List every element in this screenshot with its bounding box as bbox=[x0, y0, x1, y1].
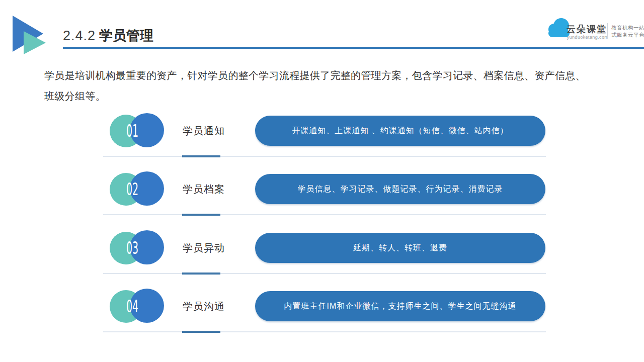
title-underline bbox=[63, 47, 644, 49]
row-label: 学员档案 bbox=[176, 183, 231, 196]
row-divider bbox=[103, 214, 546, 215]
page-title: 2.4.2学员管理 bbox=[63, 27, 153, 45]
row-detail-pill: 学员信息、学习记录、做题记录、行为记录、消费记录 bbox=[255, 174, 545, 204]
feature-row-records: 02 学员档案 学员信息、学习记录、做题记录、行为记录、消费记录 bbox=[0, 171, 644, 229]
row-label: 学员异动 bbox=[176, 241, 231, 254]
brand-tagline-line2: 式服务云平台 bbox=[611, 31, 644, 38]
brand-domain: yunduoketang.com bbox=[567, 35, 609, 40]
description-line2: 班级分组等。 bbox=[44, 90, 106, 102]
feature-row-notifications: 01 学员通知 开课通知、上课通知 、约课通知（短信、微信、站内信） bbox=[0, 113, 644, 171]
row-detail-pill: 内置班主任IM和企业微信，支持师生之间、学生之间无缝沟通 bbox=[255, 291, 545, 321]
description-paragraph: 学员是培训机构最重要的资产，针对学员的整个学习流程提供了完整的管理方案，包含学习… bbox=[44, 65, 618, 107]
brand-name: 云朵课堂 bbox=[567, 23, 609, 35]
row-divider bbox=[103, 273, 546, 274]
row-detail-pill: 开课通知、上课通知 、约课通知（短信、微信、站内信） bbox=[255, 116, 545, 146]
brand-tagline-line1: 教育机构一站 bbox=[611, 24, 644, 31]
row-divider-accent bbox=[182, 273, 220, 275]
logo-triangle-teal-icon bbox=[24, 31, 46, 54]
row-number: 04 bbox=[125, 297, 140, 316]
row-number: 03 bbox=[125, 238, 140, 257]
row-divider-accent bbox=[182, 155, 220, 157]
feature-row-changes: 03 学员异动 延期、转人、转班、退费 bbox=[0, 230, 644, 288]
row-divider bbox=[103, 331, 546, 332]
slide: 2.4.2学员管理 云朵课堂 yunduoketang.com 教育机构一站 式… bbox=[0, 0, 644, 362]
description-line1: 学员是培训机构最重要的资产，针对学员的整个学习流程提供了完整的管理方案，包含学习… bbox=[44, 70, 586, 81]
row-label: 学员通知 bbox=[176, 124, 231, 137]
row-divider-accent bbox=[182, 214, 220, 216]
page-title-text: 学员管理 bbox=[99, 28, 153, 43]
row-detail-pill: 延期、转人、转班、退费 bbox=[255, 233, 545, 263]
feature-row-communication: 04 学员沟通 内置班主任IM和企业微信，支持师生之间、学生之间无缝沟通 bbox=[0, 288, 644, 346]
row-divider bbox=[103, 156, 546, 157]
section-number: 2.4.2 bbox=[63, 28, 96, 43]
brand-tagline: 教育机构一站 式服务云平台 bbox=[611, 24, 644, 38]
row-divider-accent bbox=[182, 331, 220, 333]
row-label: 学员沟通 bbox=[176, 300, 231, 313]
row-number: 02 bbox=[125, 179, 140, 199]
row-number: 01 bbox=[125, 121, 140, 140]
